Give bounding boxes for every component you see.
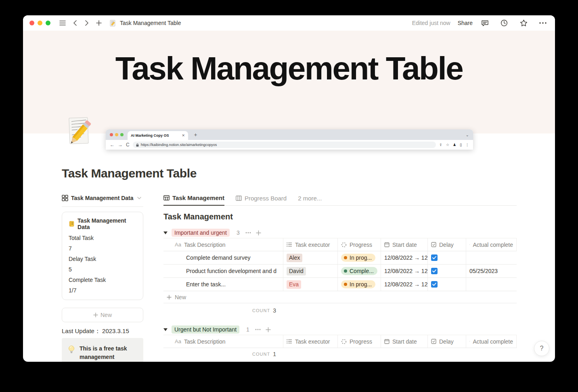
actual-date-cell[interactable]: 05/25/2023 [466,265,517,277]
calendar-icon [384,242,390,247]
group-options-icon[interactable] [255,329,261,330]
close-window-button[interactable] [29,21,34,25]
column-task-executor[interactable]: Task executor [283,238,338,251]
group-add-icon[interactable] [266,327,271,332]
database-views: Task Management Progress Board 2 more...… [163,193,517,360]
stat-label: Total Task [69,233,136,243]
new-page-icon[interactable] [94,18,104,28]
task-title-link[interactable]: Product function development and d [186,268,276,274]
browser-forward-icon: → [118,142,123,148]
sidebar-menu-icon[interactable] [58,18,67,28]
comments-icon[interactable] [480,18,490,28]
column-start-date[interactable]: Start date [381,335,428,348]
back-icon[interactable] [70,18,80,28]
page-icon-memo[interactable] [65,116,94,150]
sidebar-column: Task Management Data Task Management Dat… [62,193,143,362]
minimize-window-button[interactable] [38,21,42,25]
notion-window: Task Management Table Edited just now Sh… [23,15,555,362]
delay-checkbox[interactable] [431,281,438,288]
start-date-cell[interactable]: 12/08/2022 → 12 [381,265,428,277]
count-value: 1 [273,351,276,357]
collapse-triangle-icon[interactable] [163,328,168,331]
group-important-and-urgent: Important and urgent 3 Aa [163,227,517,317]
column-delay[interactable]: Delay [428,238,466,251]
page-cover: Task Management Table AI Marketing Copy … [23,31,555,133]
delay-checkbox[interactable] [431,254,438,261]
count-label: COUNT [252,352,270,357]
tab-more-views[interactable]: 2 more... [298,195,322,205]
group-options-icon[interactable] [245,232,251,234]
delay-checkbox[interactable] [431,268,438,274]
progress-pill: In prog... [341,254,375,262]
extension-icon: ♟ [453,143,456,147]
view-tabs: Task Management Progress Board 2 more... [163,193,517,206]
browser-action-icons: ⇪ ☆ ♟ ▯ ⋮ [439,143,469,147]
data-source-label: Task Management Data [71,195,134,201]
grid-icon [62,195,68,201]
download-icon: ⇪ [439,143,442,147]
browser-tab-title: AI Marketing Copy OS [131,133,169,138]
lightbulb-icon [67,345,75,355]
actual-date-cell[interactable] [466,278,517,291]
column-progress[interactable]: Progress [338,238,381,251]
column-progress[interactable]: Progress [338,335,381,348]
start-date-cell[interactable]: 12/08/2022 → 12 [381,251,428,264]
breadcrumb-page-title[interactable]: Task Management Table [120,20,181,26]
status-property-icon [341,242,347,248]
column-task-description[interactable]: Aa Task Description [163,335,283,348]
column-task-description[interactable]: Aa Task Description [163,238,283,251]
group-add-icon[interactable] [256,230,261,236]
browser-menu-icon: ⋮ [465,143,469,147]
task-title-link[interactable]: Enter the task... [186,281,226,288]
tab-progress-board[interactable]: Progress Board [236,195,287,205]
browser-tab: AI Marketing Copy OS ✕ [128,131,188,140]
collapse-triangle-icon[interactable] [163,231,168,234]
lock-icon [136,143,139,147]
browser-urlbar: ← → C https://kaibinding.notion.site/aim… [106,140,473,150]
cover-big-title: Task Management Table [23,31,555,87]
zoom-window-button[interactable] [46,21,50,25]
sidebar-divider [62,206,143,207]
group-count: 3 [237,229,240,236]
task-title-link[interactable]: Complete demand survey [186,254,251,261]
help-button[interactable]: ? [534,341,549,356]
actual-date-cell[interactable] [466,251,517,264]
count-value: 3 [273,307,276,314]
chevron-down-icon [137,197,141,200]
progress-pill: Comple... [341,267,377,275]
profile-icon: ▯ [460,143,462,147]
browser-traffic-lights [110,133,124,136]
history-clock-icon[interactable] [499,18,509,28]
text-property-icon: Aa [175,338,181,344]
share-button[interactable]: Share [458,20,473,26]
column-actual-complete[interactable]: Actual complete [466,238,517,251]
calendar-icon [384,339,390,344]
count-label: COUNT [252,308,270,313]
tabbar-chevron-icon: ⌄ [466,133,469,137]
page-content: Task Management Table Task Management Da… [23,167,555,362]
column-delay[interactable]: Delay [428,335,466,348]
group-badge[interactable]: Urgent but Not Important [172,325,239,334]
browser-tabbar: AI Marketing Copy OS ✕ ＋ ⌄ [106,129,473,140]
table-row: Complete demand survey Alex In prog... 1… [163,251,517,265]
data-source-select[interactable]: Task Management Data [62,193,143,203]
add-row-button[interactable]: New [163,291,517,303]
more-options-icon[interactable] [538,18,548,28]
group-count: 1 [246,326,249,333]
new-entry-button[interactable]: New [62,308,143,322]
column-actual-complete[interactable]: Actual complete [466,335,517,348]
stats-card[interactable]: Task Management Data Total Task 7 Delay … [62,212,143,300]
select-property-icon [287,339,292,344]
page-memo-icon [108,18,117,28]
group-badge[interactable]: Important and urgent [172,229,230,237]
window-toolbar: Task Management Table Edited just now Sh… [23,15,555,31]
tab-task-management[interactable]: Task Management [163,194,224,206]
stat-value: 7 [69,243,136,254]
column-start-date[interactable]: Start date [381,238,428,251]
column-task-executor[interactable]: Task executor [283,335,338,348]
favorite-star-icon[interactable] [519,18,528,28]
forward-icon[interactable] [82,18,92,28]
progress-pill: In prog... [341,280,375,288]
plus-icon [167,295,172,300]
start-date-cell[interactable]: 12/08/2022 → 12 [381,278,428,291]
